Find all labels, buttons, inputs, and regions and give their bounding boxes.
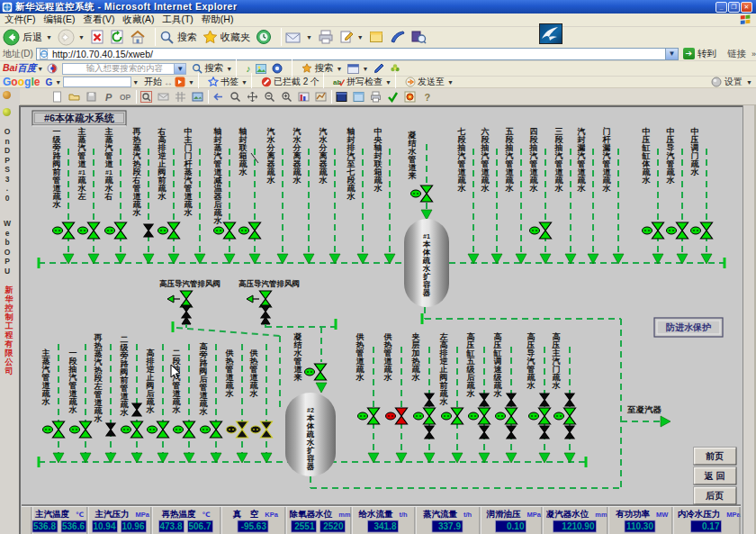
valve-black[interactable] xyxy=(565,426,574,439)
edit-button[interactable]: ▼ xyxy=(339,30,364,44)
new-page-icon[interactable] xyxy=(50,90,64,103)
print-button[interactable] xyxy=(318,30,334,44)
baidu-companion-icon[interactable] xyxy=(47,63,58,74)
baidu-pen-button[interactable] xyxy=(374,63,384,74)
save-icon[interactable] xyxy=(85,90,98,103)
valve-black[interactable] xyxy=(425,426,434,439)
valve-green[interactable] xyxy=(305,364,327,380)
valve-green[interactable] xyxy=(469,408,490,424)
google-sendto-button[interactable]: 发送至 ▼ xyxy=(405,76,454,88)
menu-item-3[interactable]: 收藏(A) xyxy=(122,14,154,26)
valve-black[interactable] xyxy=(261,305,270,318)
mail-dropdown-icon[interactable]: ▼ xyxy=(306,34,312,41)
menu-item-1[interactable]: 编辑(E) xyxy=(43,14,75,26)
stop-button[interactable] xyxy=(90,30,104,45)
links-chevron-icon[interactable]: » xyxy=(752,50,756,59)
google-g-button[interactable]: G▼ xyxy=(45,77,61,87)
menu-item-4[interactable]: 工具(T) xyxy=(162,14,193,26)
valve-green[interactable] xyxy=(78,222,100,239)
valve-black[interactable] xyxy=(480,426,489,439)
valve-yellow[interactable] xyxy=(251,421,273,438)
valve-green[interactable] xyxy=(148,421,169,438)
valve-black[interactable] xyxy=(132,403,141,416)
p-icon[interactable]: P xyxy=(102,90,115,103)
zoom-in-icon[interactable] xyxy=(280,90,293,103)
restore-button[interactable]: ❐ xyxy=(728,2,740,13)
valve-green[interactable] xyxy=(442,408,464,424)
valve-green[interactable] xyxy=(201,421,222,438)
google-settings-button[interactable]: 设置 ▼ xyxy=(711,76,752,88)
valve-green[interactable] xyxy=(496,408,518,424)
menu-item-5[interactable]: 帮助(H) xyxy=(202,14,234,26)
zoom-icon[interactable] xyxy=(229,90,242,103)
google-spellcheck-button[interactable]: ab 拼写检查 ▼ xyxy=(333,76,392,88)
find-icon[interactable] xyxy=(140,90,153,103)
baidu-mp3-button[interactable]: ♪ xyxy=(246,63,250,74)
google-blocked-button[interactable]: 已拦截 2 个 xyxy=(261,76,320,88)
pen-button[interactable] xyxy=(390,30,406,44)
google-bookmarks-button[interactable]: 书签 ▼ xyxy=(208,76,248,88)
help-icon[interactable]: ? xyxy=(420,90,434,103)
search-button[interactable]: 搜索 xyxy=(159,30,197,45)
address-field[interactable]: http://10.70.40.15/xweb/ ▼ xyxy=(36,48,679,60)
valve-green[interactable] xyxy=(158,222,180,239)
go-button[interactable]: ➔ 转到 xyxy=(683,48,716,60)
nav-button-1[interactable]: 返 回 xyxy=(694,467,736,484)
valve-black[interactable] xyxy=(540,394,549,406)
baidu-input-dropdown-icon[interactable]: ▼ xyxy=(174,64,185,74)
history-button[interactable] xyxy=(256,29,272,45)
valve-green[interactable] xyxy=(529,408,551,424)
baidu-search-dropdown-icon[interactable]: ▼ xyxy=(226,66,232,72)
valve-black[interactable] xyxy=(540,426,549,439)
nav-button-0[interactable]: 前页 xyxy=(694,448,736,465)
valve-yellow[interactable] xyxy=(227,421,248,438)
valve-green[interactable] xyxy=(358,408,380,424)
google-input-dropdown-icon[interactable]: ▼ xyxy=(132,79,139,86)
valve-green[interactable] xyxy=(43,421,65,438)
valve-green[interactable] xyxy=(554,408,576,424)
valve-black[interactable] xyxy=(425,394,434,406)
forward-button[interactable]: ▼ xyxy=(58,29,85,46)
discuss-button[interactable] xyxy=(411,30,427,44)
link-icon[interactable] xyxy=(157,90,170,103)
valve-green[interactable] xyxy=(53,222,75,239)
valve-black[interactable] xyxy=(565,394,574,406)
valve-green[interactable] xyxy=(667,222,688,239)
valve-green[interactable] xyxy=(691,222,713,239)
valve-red[interactable] xyxy=(386,408,408,424)
address-dropdown-icon[interactable]: ▼ xyxy=(665,49,678,59)
valve-black[interactable] xyxy=(182,305,191,318)
light-window-icon[interactable] xyxy=(352,90,365,103)
menu-item-0[interactable]: 文件(F) xyxy=(4,14,35,26)
valve-green[interactable] xyxy=(414,408,436,424)
valve-black[interactable] xyxy=(106,423,115,436)
valve-green[interactable] xyxy=(105,222,127,239)
valve-green[interactable] xyxy=(643,222,664,239)
valve-green[interactable] xyxy=(260,291,272,307)
google-start-button[interactable]: 开始 ↔ ▼ xyxy=(144,76,194,88)
menu-item-2[interactable]: 查看(V) xyxy=(83,14,114,26)
baidu-search-input[interactable]: 输入想要搜索的内容 ▼ xyxy=(62,63,186,75)
baidu-ball-button[interactable] xyxy=(272,63,283,74)
chart-tan-icon[interactable] xyxy=(314,90,328,103)
baidu-win-button[interactable]: ▼ xyxy=(347,64,368,74)
valve-green[interactable] xyxy=(239,222,261,239)
image-icon[interactable] xyxy=(191,90,204,103)
zoom-out-icon[interactable] xyxy=(263,90,276,103)
home-button[interactable] xyxy=(130,30,146,45)
close-button[interactable]: ✕ xyxy=(741,2,752,13)
dark-window-icon[interactable] xyxy=(335,90,348,103)
grid-icon[interactable] xyxy=(174,90,187,103)
links-label[interactable]: 链接 xyxy=(727,48,746,60)
back-button[interactable]: 后退 ▼ xyxy=(3,29,52,46)
favorites-button[interactable]: 收藏夹 xyxy=(202,30,250,45)
back-dropdown-icon[interactable]: ▼ xyxy=(46,34,52,41)
valve-green[interactable] xyxy=(70,421,92,438)
forward-dropdown-icon[interactable]: ▼ xyxy=(78,34,85,41)
pan-icon[interactable] xyxy=(246,90,259,103)
valve-green[interactable] xyxy=(530,222,552,239)
confirm-icon[interactable] xyxy=(386,90,400,103)
valve-green[interactable] xyxy=(181,291,193,307)
valve-green[interactable] xyxy=(122,421,143,438)
minimize-button[interactable]: _ xyxy=(716,2,727,13)
